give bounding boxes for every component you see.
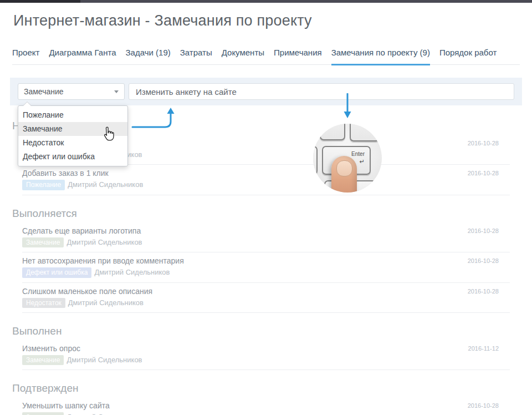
project-tabs: ПроектДиаграмма ГантаЗадачи (19)ЗатратыД… bbox=[12, 48, 520, 65]
remark-text-input[interactable] bbox=[129, 83, 514, 100]
window-top-strip bbox=[0, 0, 532, 3]
remark-date: 2016-10-28 bbox=[468, 227, 499, 234]
remark-type-badge: Недостаток bbox=[22, 298, 65, 308]
remark-meta: Дефект или ошибкаДмитрий Сидельников bbox=[22, 267, 510, 277]
tab-project-remarks[interactable]: Замечания по проекту (9) bbox=[331, 48, 430, 65]
remark-title: Слишком маленькое поле описания bbox=[22, 287, 510, 296]
section-title: Подтвержден bbox=[12, 382, 520, 394]
remark-row[interactable]: Уменьшить шапку сайтаЗамечаниеДмитрий Си… bbox=[22, 397, 510, 415]
tab-notes[interactable]: Примечания bbox=[274, 48, 322, 65]
status-section: ПодтвержденУменьшить шапку сайтаЗамечани… bbox=[0, 382, 532, 415]
remark-author: Дмитрий Сидельников bbox=[68, 298, 144, 307]
fingernail bbox=[336, 160, 352, 176]
remark-type-select[interactable]: Замечание bbox=[18, 83, 125, 100]
enter-key-illustration: Enter↵ bbox=[313, 124, 382, 193]
remark-author: Дмитрий Сидельников bbox=[66, 356, 142, 364]
remark-date: 2016-10-28 bbox=[468, 170, 499, 176]
tab-gantt-chart[interactable]: Диаграмма Ганта bbox=[49, 48, 116, 65]
window-top-strip-left bbox=[0, 0, 80, 3]
remark-row[interactable]: Добавить заказ в 1 кликПожеланиеДмитрий … bbox=[22, 165, 510, 195]
remark-meta: НедостатокДмитрий Сидельников bbox=[22, 298, 510, 308]
remark-title: Нет автосохранения при вводе комментария bbox=[22, 256, 510, 266]
enter-key-label: Enter bbox=[351, 151, 365, 157]
remark-title: Уменьшить шапку сайта bbox=[22, 401, 510, 411]
caret-down-icon bbox=[114, 90, 119, 93]
remark-title: Изменить опрос bbox=[22, 344, 510, 353]
remark-row[interactable]: Нет автосохранения при вводе комментария… bbox=[22, 252, 510, 282]
dropdown-option[interactable]: Дефект или ошибка bbox=[18, 150, 127, 164]
tab-tasks[interactable]: Задачи (19) bbox=[126, 48, 171, 65]
remark-date: 2016-10-28 bbox=[468, 288, 499, 295]
tab-work-order[interactable]: Порядок работ bbox=[439, 48, 497, 65]
remark-meta: ПожеланиеДмитрий Сидельников bbox=[22, 180, 510, 190]
remark-author: Дмитрий Сидельников bbox=[68, 180, 143, 189]
remark-row[interactable]: Слишком маленькое поле описанияНедостато… bbox=[22, 283, 510, 313]
remark-meta: ЗамечаниеДмитрий Сидельников bbox=[22, 355, 510, 365]
remark-meta: ЗамечаниеДмитрий Сидельников bbox=[22, 412, 510, 415]
add-remark-form: Замечание bbox=[10, 78, 522, 105]
remark-meta: ЗамечаниеДмитрий Сидельников bbox=[22, 237, 510, 247]
tab-costs[interactable]: Затраты bbox=[180, 48, 212, 65]
section-title: Выполняется bbox=[12, 208, 520, 219]
remark-row[interactable]: Изменить опросЗамечаниеДмитрий Сидельник… bbox=[22, 340, 510, 370]
remark-author: Дмитрий Сидельников bbox=[66, 413, 142, 415]
remark-date: 2016-11-12 bbox=[468, 345, 499, 352]
remark-date: 2016-10-28 bbox=[468, 257, 499, 264]
status-section: ВыполненИзменить опросЗамечаниеДмитрий С… bbox=[0, 325, 532, 370]
remark-type-badge: Замечание bbox=[22, 412, 64, 415]
remark-type-badge: Замечание bbox=[22, 237, 64, 247]
remark-type-badge: Пожелание bbox=[22, 180, 65, 190]
tab-documents[interactable]: Документы bbox=[222, 48, 264, 65]
tab-project[interactable]: Проект bbox=[12, 48, 39, 65]
remark-row[interactable]: Сделать еще варианты логотипаЗамечаниеДм… bbox=[22, 222, 510, 252]
dropdown-option[interactable]: Замечание bbox=[18, 122, 127, 136]
remark-type-badge: Замечание bbox=[22, 355, 64, 365]
remark-author: Дмитрий Сидельников bbox=[94, 268, 170, 276]
remark-author: Дмитрий Сидельников bbox=[66, 238, 142, 246]
finger-icon bbox=[331, 156, 357, 193]
remark-title: Добавить заказ в 1 клик bbox=[22, 169, 510, 178]
remark-title: Сделать еще варианты логотипа bbox=[22, 226, 510, 236]
dropdown-option[interactable]: Пожелание bbox=[18, 108, 127, 122]
remark-date: 2016-10-28 bbox=[468, 140, 499, 146]
page-title: Интернет-магазин - Замечания по проекту bbox=[13, 12, 312, 29]
remark-date: 2016-10-28 bbox=[468, 402, 499, 409]
remark-type-badge: Дефект или ошибка bbox=[22, 267, 91, 277]
remark-type-select-value: Замечание bbox=[24, 87, 114, 96]
section-title: Выполнен bbox=[12, 325, 520, 337]
remark-type-dropdown: ПожеланиеЗамечаниеНедостатокДефект или о… bbox=[18, 105, 128, 166]
status-section: ВыполняетсяСделать еще варианты логотипа… bbox=[0, 208, 532, 313]
dropdown-option[interactable]: Недостаток bbox=[18, 136, 127, 150]
